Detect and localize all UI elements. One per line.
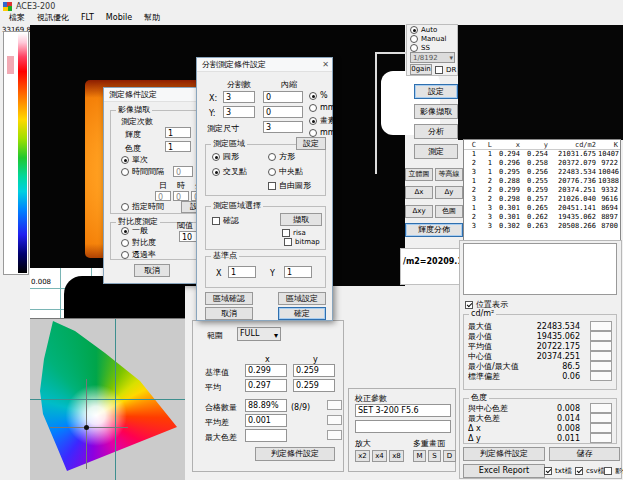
size-pixel-radio[interactable]: 畫素 [309, 117, 336, 125]
interval-radio[interactable]: 時間間隔 [121, 168, 164, 176]
multi-d-button[interactable]: D [443, 450, 456, 462]
ss-radio[interactable]: SS [410, 44, 430, 52]
center-point-radio[interactable]: 中央點 [268, 168, 303, 176]
interval-field[interactable]: 0 [173, 166, 193, 177]
avg-diff-field[interactable]: 0.001 [245, 414, 287, 427]
table-row[interactable]: 130.3010.26520451.1418694 [464, 204, 620, 213]
day-field[interactable]: 0 [155, 191, 171, 201]
image-file-checkbox[interactable]: 影像檔 [604, 467, 623, 475]
zoom-x2-button[interactable]: x2 [355, 450, 370, 462]
inset-mm-radio[interactable]: mm [309, 104, 336, 112]
delta-y-button[interactable]: Δy [435, 186, 463, 199]
settings-button[interactable]: 設定 [414, 84, 458, 99]
dr-checkbox[interactable]: DR [435, 66, 456, 74]
multi-m-button[interactable]: M [413, 450, 426, 462]
square-radio[interactable]: 方形 [268, 153, 295, 161]
contrast-radio[interactable]: 對比度 [121, 239, 156, 247]
luminance-distribution-button[interactable]: 輝度分佈 [405, 223, 463, 237]
auto-radio[interactable]: Auto [410, 26, 437, 34]
transmittance-radio[interactable]: 透過率 [121, 251, 156, 259]
table-row[interactable]: 230.3010.26219435.0628897 [464, 213, 620, 222]
base-y-field[interactable]: 1 [284, 266, 312, 278]
max-chroma-diff-field[interactable] [245, 429, 287, 442]
menu-item[interactable]: Mobile [101, 12, 137, 24]
table-row[interactable]: 220.2990.25920374.2519332 [464, 186, 620, 195]
menu-item[interactable]: FLT [76, 12, 99, 24]
solid-view-button[interactable]: 立體圖 [405, 168, 433, 181]
bitmap-checkbox[interactable]: bitmap [284, 238, 320, 246]
save-button[interactable]: 儲存 [549, 447, 620, 461]
reference-y-field[interactable]: 0.259 [293, 364, 335, 377]
position-display-checkbox[interactable]: 位置表示 [465, 301, 508, 309]
single-radio[interactable]: 單次 [121, 156, 148, 164]
cie-diagram-panel[interactable] [30, 318, 185, 480]
luminance-count-field[interactable]: 1 [165, 127, 191, 138]
area-confirm-button[interactable]: 區域確認 [205, 292, 253, 305]
timed-radio[interactable]: 指定時間 [121, 203, 164, 211]
capture-button[interactable]: 影像擷取 [414, 104, 458, 119]
multi-s-button[interactable]: S [428, 450, 441, 462]
zoom-x4-button[interactable]: x4 [372, 450, 387, 462]
chroma-count-field[interactable]: 1 [165, 141, 191, 152]
menu-item[interactable]: 檔案 [4, 12, 30, 24]
y-inset-field[interactable]: 0 [263, 106, 303, 118]
inset-percent-radio[interactable]: % [309, 92, 328, 100]
table-row[interactable]: 320.2980.25721026.0409616 [464, 195, 620, 204]
judge-condition-button[interactable]: 判定條件設定 [255, 447, 335, 461]
confirm-checkbox[interactable]: 確認 [212, 217, 239, 225]
close-icon[interactable]: ✕ [322, 60, 329, 69]
multi-screen-label: 多重畫面 [413, 439, 445, 449]
cancel-button[interactable]: 取消 [205, 307, 253, 320]
size-mm-radio[interactable]: mm [309, 129, 336, 137]
measure-button[interactable]: 測定 [414, 144, 458, 159]
dialog-title-bar[interactable]: 分割測定條件設定 [197, 58, 332, 72]
average-x-field[interactable]: 0.297 [245, 379, 287, 392]
measure-size-field[interactable]: 3 [263, 121, 303, 133]
gain-button[interactable]: 0gain [410, 64, 432, 75]
table-row[interactable]: 310.2950.25622483.53410046 [464, 168, 620, 177]
preview-view[interactable] [458, 25, 623, 140]
normal-radio[interactable]: 一般 [121, 227, 148, 235]
calibration-value-field[interactable]: SET 3-200 F5.6 [355, 404, 451, 417]
area-settings-button[interactable]: 設定 [296, 137, 326, 150]
manual-radio[interactable]: Manual [410, 35, 446, 43]
x-inset-field[interactable]: 0 [263, 91, 303, 103]
delta-xy-button[interactable]: Δxy [405, 205, 433, 218]
pass-count-field[interactable]: 88.89% [245, 399, 287, 412]
cancel-button[interactable]: 取消 [134, 264, 170, 277]
circle-radio[interactable]: 圓形 [212, 153, 239, 161]
table-row[interactable]: 110.2940.25421031.67510407 [464, 150, 620, 159]
range-select[interactable]: FULL▾ [237, 327, 281, 341]
free-shape-checkbox[interactable]: 自由圖形 [268, 182, 311, 190]
zoom-x8-button[interactable]: x8 [389, 450, 404, 462]
color-map-button[interactable]: 色圖 [435, 205, 463, 218]
transmittance-label: 透過率 [132, 251, 156, 259]
base-x-field[interactable]: 1 [228, 266, 256, 278]
reference-x-field[interactable]: 0.299 [245, 364, 287, 377]
analyze-button[interactable]: 分析 [414, 124, 458, 139]
table-row[interactable]: 120.2880.25520776.73610388 [464, 177, 620, 186]
table-row[interactable]: 330.3020.26320508.2668700 [464, 222, 620, 231]
grab-button[interactable]: 擷取 [280, 213, 322, 226]
area-set-button[interactable]: 區域設定 [278, 292, 326, 305]
hour-field[interactable]: 0 [173, 191, 189, 201]
contour-button[interactable]: 等高線 [435, 168, 463, 181]
judge-condition-button[interactable]: 判定條件設定 [463, 447, 545, 461]
calibration-extra-field[interactable] [355, 420, 451, 433]
shutter-select[interactable]: 1/8192▾ [410, 52, 455, 63]
cross-point-radio[interactable]: 交叉點 [212, 168, 247, 176]
empty-list-box[interactable] [463, 243, 617, 295]
delta-x-button[interactable]: Δx [405, 186, 433, 199]
ok-button[interactable]: 確定 [278, 307, 326, 320]
confirm-label: 確認 [223, 217, 239, 225]
menu-item[interactable]: 視訊優化 [32, 12, 74, 24]
txt-file-checkbox[interactable]: txt檔 [544, 467, 572, 475]
excel-report-button[interactable]: Excel Report [463, 464, 545, 478]
risa-checkbox[interactable]: risa [282, 229, 306, 237]
menu-item[interactable]: 幫助 [139, 12, 165, 24]
average-y-field[interactable]: 0.259 [293, 379, 335, 392]
csv-file-checkbox[interactable]: csv檔 [575, 467, 605, 475]
y-split-field[interactable]: 3 [223, 106, 255, 118]
x-split-field[interactable]: 3 [223, 91, 255, 103]
table-row[interactable]: 210.2960.25820372.0799722 [464, 159, 620, 168]
